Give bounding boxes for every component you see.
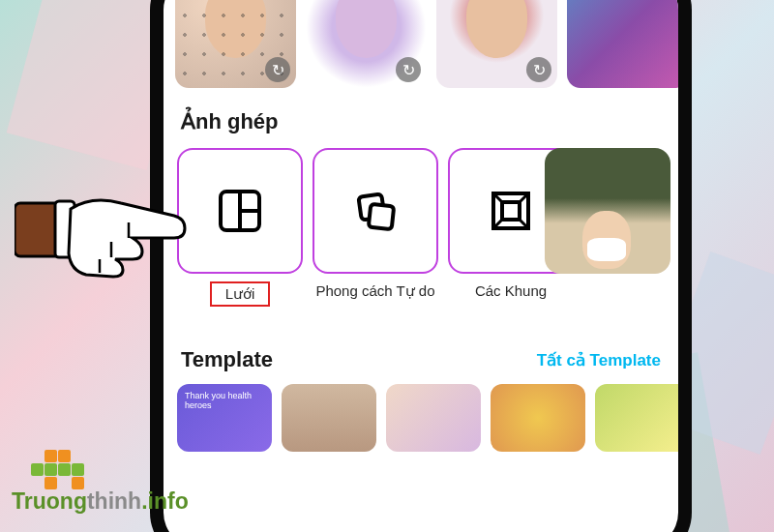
effect-thumb[interactable]: ↻	[175, 0, 296, 88]
effect-thumb[interactable]: ↻	[436, 0, 557, 88]
template-thumb[interactable]	[595, 384, 678, 452]
collage-option-freestyle[interactable]: Phong cách Tự do	[313, 148, 438, 320]
template-thumb[interactable]	[282, 384, 376, 452]
refresh-icon[interactable]: ↻	[265, 57, 290, 82]
template-section-title: Template	[181, 347, 273, 372]
frames-icon	[486, 186, 536, 236]
freestyle-icon	[350, 186, 401, 236]
svg-rect-4	[369, 204, 394, 229]
effects-row: ↻ ↻ ↻	[164, 0, 678, 88]
refresh-icon[interactable]: ↻	[526, 57, 551, 82]
template-thumb[interactable]	[491, 384, 585, 452]
collage-sample-photo[interactable]	[545, 148, 670, 274]
collage-section-title: Ảnh ghép	[164, 88, 678, 148]
collage-label-grid: Lưới	[210, 281, 271, 307]
template-thumb[interactable]	[386, 384, 481, 452]
template-row: Thank you health heroes	[164, 384, 678, 452]
collage-label-freestyle: Phong cách Tự do	[313, 281, 438, 320]
grid-icon	[215, 186, 265, 236]
effect-thumb[interactable]: ↻	[306, 0, 427, 88]
effect-thumb[interactable]	[567, 0, 678, 88]
collage-option-grid[interactable]: Lưới	[177, 148, 303, 320]
watermark-logo-icon	[31, 446, 89, 494]
svg-rect-6	[502, 202, 520, 220]
refresh-icon[interactable]: ↻	[396, 57, 421, 82]
template-see-all-link[interactable]: Tất cả Template	[537, 350, 661, 370]
svg-rect-11	[15, 203, 63, 256]
collage-label-frames: Các Khung	[448, 281, 574, 320]
template-thumb[interactable]: Thank you health heroes	[177, 384, 272, 452]
collage-options-row: Lưới Phong cách Tự do	[164, 148, 678, 320]
watermark: Truongthinh.info	[12, 446, 189, 515]
phone-frame: ↻ ↻ ↻ Ảnh ghép	[150, 0, 692, 532]
svg-rect-12	[55, 201, 74, 257]
phone-screen: ↻ ↻ ↻ Ảnh ghép	[164, 0, 678, 532]
